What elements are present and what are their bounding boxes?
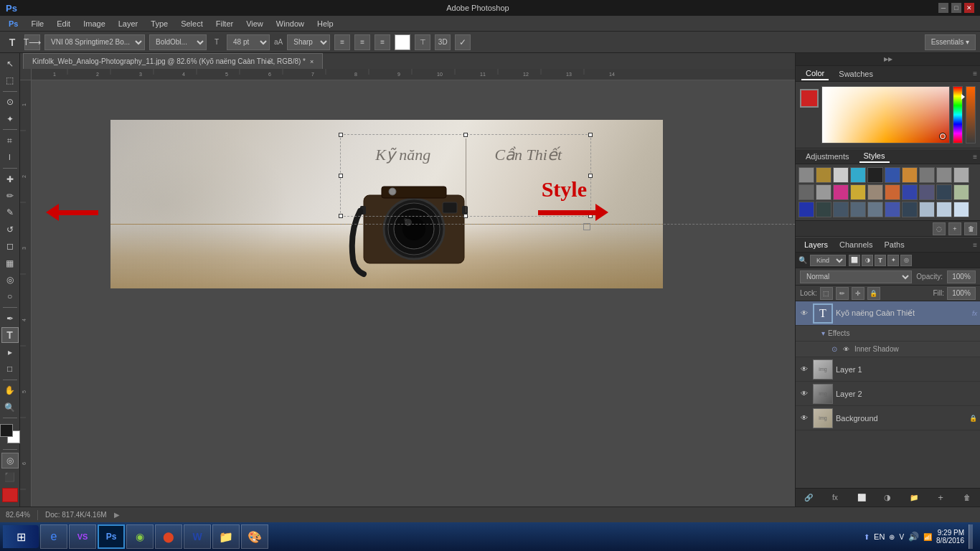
taskbar-vs[interactable]: VS xyxy=(69,524,96,549)
quick-mask-button[interactable]: ◎ xyxy=(1,453,19,468)
clock[interactable]: 9:29 PM 8/8/2016 xyxy=(936,529,964,545)
new-group-button[interactable]: 📁 xyxy=(907,491,921,505)
lock-all-button[interactable]: 🔒 xyxy=(867,287,880,300)
lock-pixels-button[interactable]: ✏ xyxy=(836,287,849,300)
layer-row-1[interactable]: 👁 img Layer 1 xyxy=(796,357,980,382)
style-swatch-16[interactable] xyxy=(885,184,900,200)
blend-mode-select[interactable]: Normal xyxy=(800,270,912,283)
color-gradient-picker[interactable] xyxy=(821,86,950,143)
layer-row-bg[interactable]: 👁 img Background 🔒 xyxy=(796,406,980,430)
menu-ps[interactable]: Ps xyxy=(3,18,24,29)
add-fx-button[interactable]: fx xyxy=(828,491,842,505)
history-brush-tool[interactable]: ↺ xyxy=(1,222,19,237)
lock-position-button[interactable]: ✛ xyxy=(852,287,864,300)
brush-tool[interactable]: ✏ xyxy=(1,188,19,203)
style-swatch-13[interactable] xyxy=(833,184,849,200)
layer-fx-badge[interactable]: fx xyxy=(972,310,977,317)
panel-collapse-top[interactable]: ▶▶ xyxy=(796,53,980,66)
magic-wand-tool[interactable]: ✦ xyxy=(1,111,19,126)
eraser-tool[interactable]: ◻ xyxy=(1,239,19,254)
tab-styles[interactable]: Styles xyxy=(859,150,890,163)
link-layers-button[interactable]: 🔗 xyxy=(801,491,816,505)
status-arrow[interactable]: ▶ xyxy=(114,511,120,519)
style-swatch-4[interactable] xyxy=(850,167,866,183)
start-button[interactable]: ⊞ xyxy=(3,525,39,548)
dodge-tool[interactable]: ○ xyxy=(1,289,19,304)
filter-type-icon[interactable]: T xyxy=(875,255,886,266)
style-swatch-8[interactable] xyxy=(919,167,935,183)
taskbar-ps[interactable]: Ps xyxy=(98,524,125,549)
menu-image[interactable]: Image xyxy=(77,18,111,29)
screen-mode-button[interactable]: ⬛ xyxy=(1,470,19,485)
path-select-tool[interactable]: ▸ xyxy=(1,344,19,359)
style-swatch-14[interactable] xyxy=(850,184,866,200)
font-style-select[interactable]: BoldObl... xyxy=(149,34,207,50)
menu-type[interactable]: Type xyxy=(145,18,174,29)
text-color-swatch[interactable] xyxy=(395,34,410,50)
filter-pixel-icon[interactable]: ⬜ xyxy=(849,255,860,266)
color-spectrum-bar[interactable] xyxy=(953,86,963,143)
maximize-button[interactable]: □ xyxy=(951,3,961,13)
font-size-select[interactable]: 48 pt xyxy=(227,34,270,50)
taskbar-chrome[interactable]: ⬤ xyxy=(155,524,182,549)
tab-adjustments[interactable]: Adjustments xyxy=(801,151,854,162)
menu-layer[interactable]: Layer xyxy=(113,18,144,29)
lasso-tool[interactable]: ⊙ xyxy=(1,95,19,110)
menu-window[interactable]: Window xyxy=(270,18,310,29)
layer-row-text[interactable]: 👁 T Kyõ naëng Caàn Thiết fx xyxy=(796,301,980,326)
foreground-color-chip[interactable] xyxy=(0,424,13,437)
healing-brush-tool[interactable]: ✚ xyxy=(1,171,19,187)
crop-tool[interactable]: ⌗ xyxy=(1,133,19,148)
style-swatch-15[interactable] xyxy=(867,184,883,200)
type-tool[interactable]: T xyxy=(1,327,19,343)
taskbar-paint[interactable]: 🎨 xyxy=(241,524,268,549)
layer-visibility-1[interactable]: 👁 xyxy=(798,364,810,375)
layer-visibility-text[interactable]: 👁 xyxy=(798,308,810,319)
zoom-tool[interactable]: 🔍 xyxy=(1,400,19,415)
check-button[interactable]: ✓ xyxy=(455,34,471,50)
style-swatch-11[interactable] xyxy=(798,184,814,200)
menu-select[interactable]: Select xyxy=(175,18,209,29)
fill-input[interactable] xyxy=(947,287,976,300)
panel-menu-icon[interactable]: ≡ xyxy=(973,70,977,77)
style-swatch-26[interactable] xyxy=(885,202,900,217)
lock-transparency-button[interactable]: ⬚ xyxy=(820,287,833,300)
styles-clear-button[interactable]: ◌ xyxy=(933,222,946,235)
style-swatch-5[interactable] xyxy=(867,167,883,183)
style-swatch-22[interactable] xyxy=(816,202,831,217)
menu-filter[interactable]: Filter xyxy=(210,18,239,29)
style-swatch-25[interactable] xyxy=(867,202,883,217)
style-swatch-27[interactable] xyxy=(902,202,918,217)
menu-help[interactable]: Help xyxy=(311,18,339,29)
foreground-color-preview[interactable] xyxy=(800,89,819,108)
style-swatch-28[interactable] xyxy=(919,202,935,217)
taskbar-unity[interactable]: ◉ xyxy=(126,524,154,549)
language-indicator[interactable]: EN xyxy=(874,532,885,541)
style-swatch-17[interactable] xyxy=(902,184,918,200)
clone-stamp-tool[interactable]: ✎ xyxy=(1,205,19,220)
style-swatch-21[interactable] xyxy=(798,202,814,217)
tab-color[interactable]: Color xyxy=(801,67,829,80)
gradient-tool[interactable]: ▦ xyxy=(1,255,19,270)
style-swatch-18[interactable] xyxy=(919,184,935,200)
style-swatch-29[interactable] xyxy=(936,202,952,217)
styles-delete-button[interactable]: 🗑 xyxy=(964,222,977,235)
style-swatch-2[interactable] xyxy=(816,167,831,183)
taskbar-explorer[interactable]: 📁 xyxy=(212,524,240,549)
style-swatch-9[interactable] xyxy=(936,167,952,183)
aa-mode-select[interactable]: Sharp xyxy=(287,34,330,50)
taskbar-ie[interactable]: e xyxy=(40,524,67,549)
document-tab[interactable]: Kinfolk_Web_Analog-Photography_11.jpg @ … xyxy=(23,53,323,69)
essentials-dropdown[interactable]: Essentials ▾ xyxy=(925,34,976,50)
delete-layer-button[interactable]: 🗑 xyxy=(960,491,974,505)
align-right-button[interactable]: ≡ xyxy=(374,34,390,50)
pen-tool[interactable]: ✒ xyxy=(1,311,19,326)
new-layer-button[interactable]: + xyxy=(933,491,948,505)
hand-tool[interactable]: ✋ xyxy=(1,383,19,398)
filter-vector-icon[interactable]: ✦ xyxy=(887,255,899,266)
styles-new-button[interactable]: + xyxy=(948,222,961,235)
red-chip[interactable] xyxy=(2,488,18,502)
layer-visibility-2[interactable]: 👁 xyxy=(798,388,810,400)
move-tool[interactable]: ↖ xyxy=(1,56,19,71)
opacity-input[interactable] xyxy=(947,270,976,283)
